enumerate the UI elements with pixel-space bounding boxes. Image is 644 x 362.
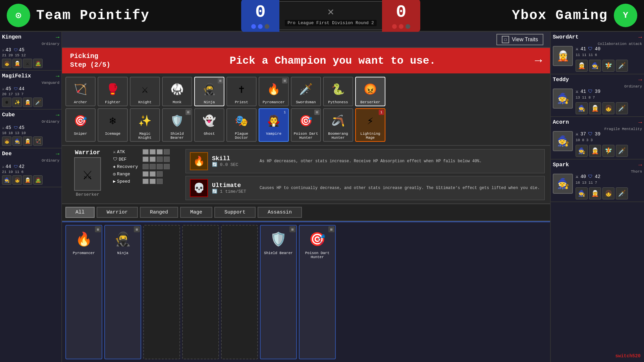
stat-num: 17 <box>8 92 13 96</box>
champ-mini: 🧝 <box>23 136 32 146</box>
speed-bar-3 <box>157 179 163 184</box>
stat-num: 15 <box>15 53 19 57</box>
bottom-pick-ninja[interactable]: ⊠🥷Ninja <box>104 225 141 359</box>
dot-blue-3 <box>265 24 269 29</box>
player-arrow[interactable]: → <box>638 76 642 83</box>
champ-mini: 👧 <box>2 136 11 146</box>
champ-card-sniper[interactable]: 🎯Sniper <box>65 108 96 142</box>
right-champ-mini: 🧙 <box>576 145 588 157</box>
player-arrow[interactable]: → <box>56 34 59 41</box>
view-traits-button[interactable]: □ View Traits <box>496 34 543 45</box>
stat-num: 6 <box>595 53 597 57</box>
player-arrow[interactable]: → <box>638 34 642 41</box>
right-champs: 🧙🧝🧚🗡️ <box>576 145 628 157</box>
switch-logo: switch520 <box>615 353 641 359</box>
right-player-header: Spark → <box>553 162 642 168</box>
bottom-pick-poison-dart-hunter[interactable]: ⊠🎯Poison Dart Hunter <box>299 225 336 359</box>
champ-card-boomerang-hunter[interactable]: 🪃Boomerang Hunter <box>323 108 353 142</box>
sword-icon: ⚔ <box>2 125 4 130</box>
stat-num: 11 <box>15 170 19 174</box>
ultimate-cooldown: 🔄 1 time/SET <box>212 189 256 194</box>
stat-num: 11 <box>576 53 580 57</box>
champ-card-vampire[interactable]: 1🧛Vampire <box>259 108 289 142</box>
shield-icon: 🛡 <box>588 131 593 137</box>
stat-num: 18 <box>2 131 6 135</box>
right-avatar: 🧙 <box>553 88 573 109</box>
champ-card-ninja[interactable]: ⊠🥷Ninja <box>194 77 224 106</box>
champ-card-pyromancer[interactable]: ⊠🔥Pyromancer <box>259 77 289 106</box>
team-right-logo: Y <box>614 4 637 27</box>
def-bars <box>143 157 170 162</box>
player-arrow[interactable]: → <box>638 162 642 168</box>
champ-card-poison-dart-hunter[interactable]: ⊠🎯Poison Dart Hunter <box>291 108 321 142</box>
def-bar-2 <box>150 157 156 162</box>
filter-tab-mage[interactable]: Mage <box>180 207 212 218</box>
filter-tab-assassin[interactable]: Assassin <box>258 207 302 218</box>
skill-description: As HP decreases, other stats increase. R… <box>260 159 540 164</box>
atk-val: 45 <box>5 86 11 92</box>
champ-card-archer[interactable]: 🏹Archer <box>65 77 96 106</box>
champ-card-shield-bearer[interactable]: ⊠🛡️Shield Bearer <box>162 108 192 142</box>
right-atk: ⚔ 40 🛡 42 <box>576 174 628 179</box>
team-right: Y Ybox Gaming <box>512 4 637 27</box>
stat-atk-label: ⚔ ATK <box>113 149 140 155</box>
shield-icon: 🛡 <box>113 157 117 162</box>
champ-card-fighter[interactable]: 🥊Fighter <box>98 77 128 106</box>
right-atk: ⚔ 41 🛡 40 <box>576 46 628 52</box>
champ-name: Vampire <box>266 132 281 136</box>
bottom-pick-sprite: 🥷 <box>109 228 136 251</box>
bottom-pick-pyromancer[interactable]: ⊠🔥Pyromancer <box>65 225 102 359</box>
rec-bar-1 <box>143 164 149 169</box>
champion-detail-left: Warrior ⚔️ Berserker <box>67 149 108 200</box>
champ-card-priest[interactable]: ✝️Priest <box>226 77 257 106</box>
champ-card-lightning-mage[interactable]: 1⚡Lightning Mage <box>355 108 385 142</box>
def-bar-3 <box>157 157 163 162</box>
right-player-main: 🧙 ⚔ 37 🛡 39 10 8 3 3 🧙🧝🧚🗡️ <box>553 131 642 157</box>
champ-card-monk[interactable]: 🥋Monk <box>162 77 192 106</box>
sword-icon: ⚔ <box>576 88 578 94</box>
filter-tab-support[interactable]: Support <box>214 207 256 218</box>
stat-def-row: 🛡 DEF <box>113 157 180 162</box>
champ-card-pythoness[interactable]: 🐍Pythoness <box>323 77 353 106</box>
champion-detail-sprite: ⚔️ <box>74 157 101 191</box>
right-champ-mini: 🗡️ <box>616 187 628 199</box>
champ-mini: 🧝 <box>23 175 32 185</box>
right-stat-nums: 10 8 3 3 <box>576 138 628 142</box>
right-champs: 🧙🧝👧🗡️ <box>576 187 628 199</box>
right-player-main: 🧝 ⚔ 41 🛡 40 11 11 11 6 🧝🧙🧚🗡️ <box>553 46 642 72</box>
stat-recovery-label: ✚ Recovery <box>113 164 140 169</box>
champ-card-swordsman[interactable]: 🗡️Swordsman <box>291 77 321 106</box>
picking-step-line2: Step (2/5) <box>70 61 130 69</box>
sword-icon: ⚔ <box>113 149 116 155</box>
filter-tab-ranged[interactable]: Ranged <box>140 207 178 218</box>
champ-card-plague-doctor[interactable]: 🎭Plague Doctor <box>226 108 257 142</box>
champ-name: Pyromancer <box>263 100 285 104</box>
champ-name: Icemage <box>105 132 120 136</box>
player-arrow[interactable]: → <box>56 73 59 79</box>
picking-message: Pick a Champion you want to use. <box>137 55 528 67</box>
player-arrow[interactable]: → <box>56 112 59 118</box>
champ-mini: 🏹 <box>33 136 43 146</box>
bottom-pick-name: Ninja <box>117 251 128 255</box>
champ-sprite: ✝️ <box>231 79 252 100</box>
filter-tab-all[interactable]: All <box>65 207 95 218</box>
champ-sprite: 🐍 <box>327 79 349 100</box>
champ-card-magic-knight[interactable]: ✨Magic Knight <box>130 108 160 142</box>
right-champ-mini: 🧝 <box>576 60 588 72</box>
player-arrow[interactable]: → <box>638 119 642 126</box>
bottom-picks: ⊠🔥Pyromancer⊠🥷Ninja⊠🛡️Shield Bearer⊠🎯Poi… <box>62 221 550 362</box>
champ-sprite: 🏹 <box>70 79 91 100</box>
player-arrow[interactable]: → <box>56 150 59 157</box>
bottom-pick-shield-bearer[interactable]: ⊠🛡️Shield Bearer <box>260 225 297 359</box>
champ-card-icemage[interactable]: ❄️Icemage <box>98 108 128 142</box>
stat-recovery-row: ✚ Recovery <box>113 164 180 169</box>
player-name: MagiFelix <box>2 73 31 79</box>
champ-card-berserker[interactable]: 😡Berserker <box>355 77 385 106</box>
filter-tab-warrior[interactable]: Warrior <box>97 207 138 218</box>
champ-card-ghost[interactable]: 👻Ghost <box>194 108 224 142</box>
right-champ-mini: 🗡️ <box>616 60 628 72</box>
right-champ-mini: 🗡️ <box>616 102 628 114</box>
stat-num: 3 <box>590 138 593 142</box>
champion-row-2: 🎯Sniper❄️Icemage✨Magic Knight⊠🛡️Shield B… <box>65 108 547 142</box>
champ-card-knight[interactable]: ⚔️Knight <box>130 77 160 106</box>
